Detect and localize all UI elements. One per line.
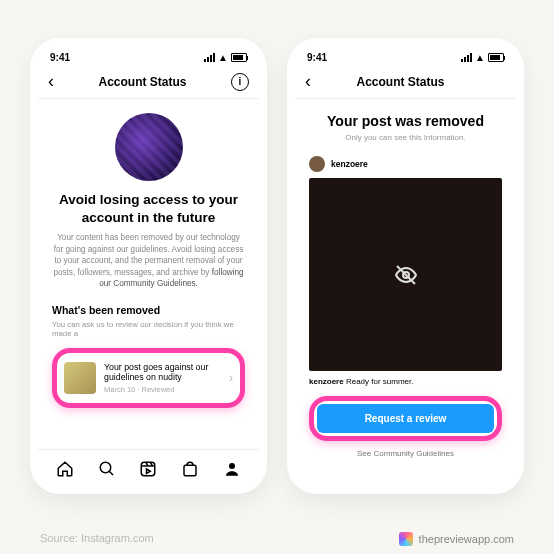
wifi-icon: ▲ [475,52,485,63]
home-icon[interactable] [56,460,74,478]
shop-icon[interactable] [181,460,199,478]
row-meta: March 10 · Reviewed [104,385,221,394]
eye-off-icon [394,263,418,287]
nav-title: Account Status [356,75,444,89]
brand-icon [399,532,413,546]
removed-post-row[interactable]: Your post goes against our guidelines on… [60,356,237,400]
profile-icon[interactable] [223,460,241,478]
body-text: Your content has been removed by our tec… [52,232,245,289]
battery-icon [488,53,504,62]
svg-rect-2 [184,465,196,476]
post-thumbnail [64,362,96,394]
nav-bar: ‹ Account Status i [38,65,259,99]
nav-bar: ‹ Account Status [295,65,516,99]
phone-right: 9:41 ▲ ‹ Account Status Your post was re… [287,38,524,494]
status-icons: ▲ [204,52,247,63]
battery-icon [231,53,247,62]
svg-rect-1 [142,462,156,476]
post-caption: kenzoere Ready for summer. [309,377,502,386]
svg-point-3 [229,463,235,469]
status-time: 9:41 [307,52,327,63]
signal-icon [461,53,472,62]
footer: Source: Instagram.com thepreviewapp.com [0,514,554,546]
status-icons: ▲ [461,52,504,63]
svg-point-0 [100,462,111,473]
section-subtext: You can ask us to review our decision if… [52,320,245,338]
hero-image [115,113,183,181]
brand-credit: thepreviewapp.com [399,532,514,546]
signal-icon [204,53,215,62]
wifi-icon: ▲ [218,52,228,63]
section-heading: What's been removed [52,304,245,316]
back-button[interactable]: ‹ [48,71,54,92]
phone-left: 9:41 ▲ ‹ Account Status i Avoid losing a… [30,38,267,494]
highlight-ring: Request a review [309,396,502,441]
removed-post-image [309,178,502,371]
nav-title: Account Status [98,75,186,89]
page-subtitle: Only you can see this information. [309,133,502,142]
search-icon[interactable] [98,460,116,478]
tab-bar [38,449,259,486]
row-title: Your post goes against our guidelines on… [104,362,221,383]
info-icon[interactable]: i [231,73,249,91]
see-guidelines-link[interactable]: See Community Guidelines [309,449,502,458]
chevron-right-icon: › [229,371,233,385]
headline: Avoid losing access to your account in t… [52,191,245,226]
post-author-row[interactable]: kenzoere [309,156,502,172]
back-button[interactable]: ‹ [305,71,311,92]
status-time: 9:41 [50,52,70,63]
request-review-button[interactable]: Request a review [317,404,494,433]
reels-icon[interactable] [139,460,157,478]
username: kenzoere [331,159,368,169]
highlight-ring: Your post goes against our guidelines on… [52,348,245,408]
source-credit: Source: Instagram.com [40,532,154,546]
avatar [309,156,325,172]
page-title: Your post was removed [309,113,502,129]
